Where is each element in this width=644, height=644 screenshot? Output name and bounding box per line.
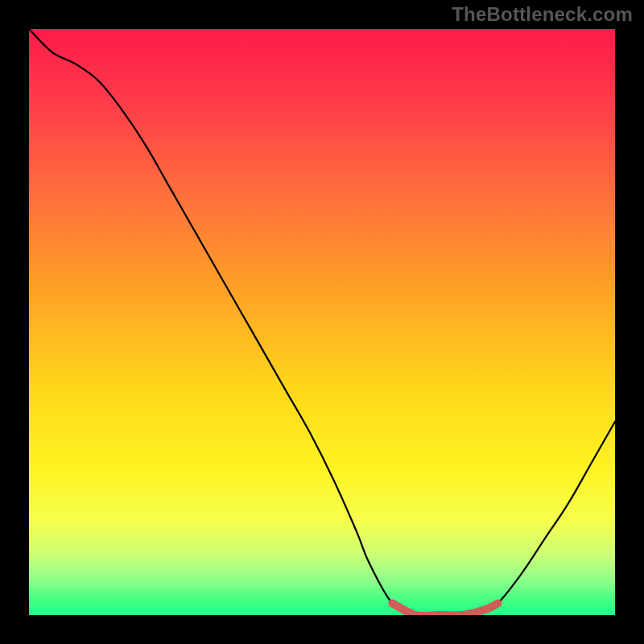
chart-frame: TheBottleneck.com bbox=[0, 0, 644, 644]
bottleneck-curve bbox=[29, 29, 615, 615]
curve-layer bbox=[29, 29, 615, 615]
plot-area bbox=[29, 29, 615, 615]
watermark-text: TheBottleneck.com bbox=[452, 3, 633, 26]
optimal-range-highlight bbox=[392, 603, 497, 615]
